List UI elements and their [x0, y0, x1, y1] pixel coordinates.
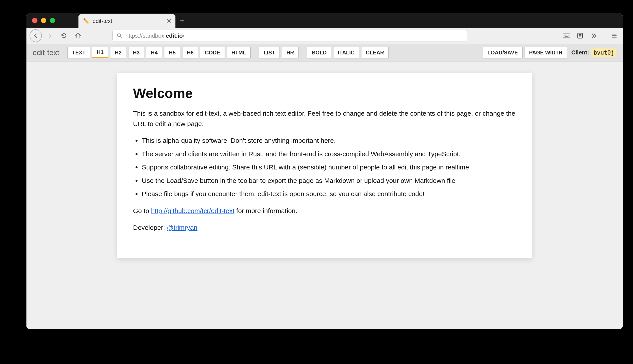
browser-nav-bar: https://sandbox.edit.io/ — [26, 28, 623, 44]
list-item[interactable]: This is alpha-quality software. Don't st… — [141, 136, 516, 146]
client-label: Client: — [571, 49, 589, 56]
reload-icon — [61, 32, 67, 39]
tab-strip: ✏️ edit-text ✕ ＋ — [26, 13, 623, 28]
list-item[interactable]: Use the Load/Save button in the toolbar … — [141, 176, 516, 186]
format-h1-button[interactable]: H1 — [92, 47, 108, 58]
new-tab-button[interactable]: ＋ — [176, 14, 189, 27]
svg-rect-6 — [565, 36, 568, 37]
format-h2-button[interactable]: H2 — [110, 47, 126, 58]
developer-link[interactable]: @trimryan — [167, 224, 198, 231]
window-controls — [28, 18, 61, 23]
repo-link[interactable]: http://github.com/tcr/edit-text — [151, 207, 234, 214]
window-close-button[interactable] — [32, 18, 38, 23]
list-item[interactable]: The server and clients are written in Ru… — [141, 149, 516, 159]
format-h5-button[interactable]: H5 — [164, 47, 180, 58]
document-paragraph[interactable]: This is a sandbox for edit-text, a web-b… — [133, 108, 516, 129]
format-code-button[interactable]: CODE — [200, 47, 224, 58]
format-block-group: LISTHR — [259, 47, 299, 58]
chevron-double-right-icon — [590, 32, 597, 39]
format-heading-group: TEXTH1H2H3H4H5H6CODEHTML — [68, 47, 250, 58]
browser-right-controls — [561, 30, 620, 41]
format-text-button[interactable]: TEXT — [68, 47, 90, 58]
reader-mode-icon[interactable] — [575, 30, 586, 41]
browser-window: ✏️ edit-text ✕ ＋ https://sandbox.edit.io… — [26, 13, 623, 329]
url-bar[interactable]: https://sandbox.edit.io/ — [112, 30, 467, 42]
search-icon — [116, 33, 122, 38]
format-list-button[interactable]: LIST — [259, 47, 280, 58]
window-minimize-button[interactable] — [41, 18, 46, 23]
document-paragraph[interactable]: Go to http://github.com/tcr/edit-text fo… — [133, 206, 516, 216]
arrow-left-icon — [33, 33, 38, 38]
svg-rect-2 — [564, 35, 565, 36]
client-badge: Client: bvut0j — [569, 48, 619, 57]
load-save-button[interactable]: LOAD/SAVE — [483, 47, 522, 58]
editor-toolbar: edit-text TEXTH1H2H3H4H5H6CODEHTML LISTH… — [26, 44, 623, 62]
browser-tab[interactable]: ✏️ edit-text ✕ — [78, 14, 176, 28]
document-bullet-list[interactable]: This is alpha-quality software. Don't st… — [141, 136, 516, 199]
svg-rect-5 — [568, 35, 569, 36]
home-button[interactable] — [72, 30, 84, 42]
hamburger-icon — [611, 32, 617, 39]
home-icon — [75, 32, 81, 39]
back-button[interactable] — [30, 30, 42, 42]
format-h4-button[interactable]: H4 — [146, 47, 162, 58]
forward-button[interactable] — [44, 30, 56, 42]
arrow-right-icon — [47, 33, 53, 38]
url-text: https://sandbox.edit.io/ — [126, 32, 184, 39]
text-caret — [133, 84, 133, 102]
format-bold-button[interactable]: BOLD — [307, 47, 331, 58]
document-heading[interactable]: Welcome — [133, 85, 516, 101]
document-paragraph[interactable]: Developer: @trimryan — [133, 222, 516, 233]
list-item[interactable]: Supports collaborative editing. Share th… — [141, 162, 516, 172]
format-italic-button[interactable]: ITALIC — [333, 47, 359, 58]
overflow-button[interactable] — [588, 30, 599, 41]
divider — [604, 32, 604, 40]
keyboard-icon[interactable] — [561, 30, 572, 41]
tab-title: edit-text — [92, 18, 163, 24]
svg-rect-4 — [567, 35, 567, 36]
format-h3-button[interactable]: H3 — [128, 47, 144, 58]
reload-button[interactable] — [58, 30, 70, 42]
window-zoom-button[interactable] — [50, 18, 55, 23]
list-item[interactable]: Please file bugs if you encounter them. … — [141, 189, 516, 199]
format-clear-button[interactable]: CLEAR — [361, 47, 389, 58]
content-area[interactable]: Welcome This is a sandbox for edit-text,… — [26, 62, 623, 329]
menu-button[interactable] — [609, 30, 620, 41]
format-html-button[interactable]: HTML — [227, 47, 251, 58]
client-id: bvut0j — [591, 48, 616, 57]
document-action-group: LOAD/SAVEPAGE WIDTH — [483, 47, 567, 58]
svg-rect-1 — [563, 34, 570, 38]
app-name: edit-text — [30, 48, 66, 57]
format-hr-button[interactable]: HR — [282, 47, 299, 58]
document-page[interactable]: Welcome This is a sandbox for edit-text,… — [117, 73, 532, 258]
format-h6-button[interactable]: H6 — [182, 47, 198, 58]
svg-rect-3 — [565, 35, 566, 36]
format-inline-group: BOLDITALICCLEAR — [307, 47, 388, 58]
pencil-icon: ✏️ — [83, 18, 90, 24]
page-width-button[interactable]: PAGE WIDTH — [524, 47, 567, 58]
close-tab-button[interactable]: ✕ — [166, 18, 172, 24]
